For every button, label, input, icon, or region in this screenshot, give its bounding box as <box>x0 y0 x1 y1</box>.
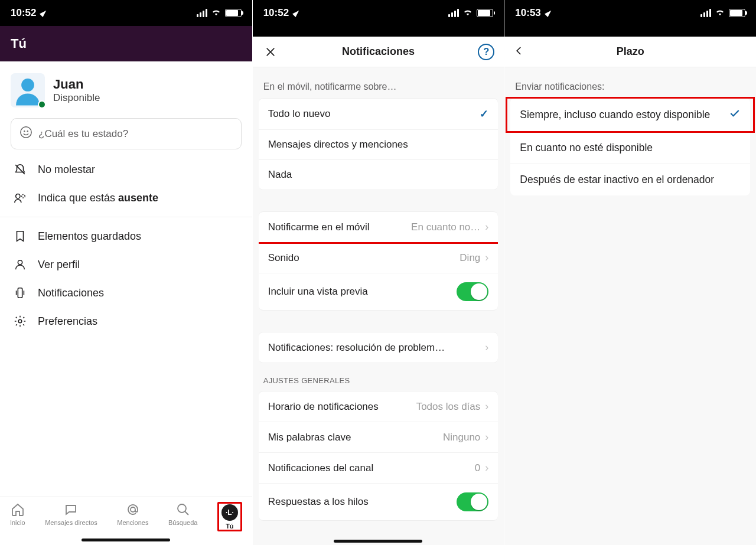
dm-icon <box>63 502 79 517</box>
search-icon <box>175 502 191 517</box>
tab-bar: Inicio Mensajes directos Menciones Búsqu… <box>0 497 252 545</box>
battery-icon <box>225 9 242 17</box>
user-status: Disponible <box>53 92 100 104</box>
status-time: 10:52 <box>263 7 289 19</box>
battery-icon <box>729 9 745 17</box>
toggle-preview[interactable] <box>457 282 488 301</box>
wifi-icon <box>211 7 221 19</box>
smile-icon <box>19 126 32 142</box>
close-button[interactable] <box>262 44 279 60</box>
svg-point-3 <box>24 130 25 132</box>
signal-icon <box>700 9 711 17</box>
svg-point-1 <box>21 79 34 92</box>
person-icon <box>13 258 27 271</box>
presence-dot <box>38 100 46 109</box>
screen-plazo: 10:53 Plazo Enviar notificaciones: Siemp… <box>504 0 756 545</box>
wifi-icon <box>715 7 725 19</box>
opt-when-inactive[interactable]: En cuanto no esté disponible <box>510 132 750 164</box>
svg-point-5 <box>16 194 20 198</box>
tab-mentions[interactable]: Menciones <box>117 502 148 526</box>
saved-items-row[interactable]: Elementos guardados <box>0 222 252 250</box>
dnd-icon <box>13 163 27 176</box>
svg-point-7 <box>18 260 22 265</box>
schedule-row[interactable]: Horario de notificaciones Todos los días… <box>259 391 498 422</box>
section-general: AJUSTES GENERALES <box>253 363 504 391</box>
notify-on-mobile-row[interactable]: Notificarme en el móvil En cuanto no…› <box>259 212 498 242</box>
toggle-threads[interactable] <box>457 492 488 511</box>
opt-always[interactable]: Siempre, incluso cuando estoy disponible <box>510 98 750 132</box>
status-time: 10:52 <box>11 7 36 19</box>
signal-icon <box>197 9 207 17</box>
battery-icon <box>477 9 493 17</box>
opt-nothing[interactable]: Nada <box>259 159 498 190</box>
notifications-row[interactable]: Notificaciones <box>0 279 252 307</box>
thread-replies-row[interactable]: Respuestas a los hilos <box>259 483 498 520</box>
location-icon <box>40 9 48 17</box>
preview-row[interactable]: Incluir una vista previa <box>259 273 498 310</box>
svg-point-6 <box>22 195 25 198</box>
tab-you[interactable]: ·L· Tú <box>221 504 238 530</box>
signal-icon <box>448 9 459 17</box>
page-title: Plazo <box>514 45 747 58</box>
home-indicator <box>334 540 422 543</box>
tab-search[interactable]: Búsqueda <box>168 502 198 526</box>
view-profile-row[interactable]: Ver perfil <box>0 250 252 279</box>
opt-all-new[interactable]: Todo lo nuevo✓ <box>259 99 498 129</box>
chevron-right-icon: › <box>485 341 488 354</box>
opt-after-desktop-idle[interactable]: Después de estar inactivo en el ordenado… <box>510 164 750 195</box>
channel-notifs-row[interactable]: Notificaciones del canal 0› <box>259 452 498 483</box>
svg-point-10 <box>131 507 135 512</box>
profile-summary[interactable]: Juan Disponible <box>0 61 252 116</box>
chevron-right-icon: › <box>485 400 488 413</box>
avatar-tiny-icon: ·L· <box>221 504 238 521</box>
chevron-right-icon: › <box>485 431 488 443</box>
status-bar: 10:53 <box>504 0 756 26</box>
status-bar: 10:52 <box>0 0 252 26</box>
svg-rect-8 <box>18 288 22 298</box>
check-icon <box>729 107 741 122</box>
section-notify-about: En el móvil, notificarme sobre… <box>253 67 504 98</box>
user-name: Juan <box>53 77 100 92</box>
status-time: 10:53 <box>515 7 540 19</box>
at-icon <box>125 502 141 517</box>
keywords-row[interactable]: Mis palabras clave Ninguno› <box>259 422 498 452</box>
svg-point-2 <box>21 127 31 138</box>
help-button[interactable]: ? <box>478 44 494 60</box>
chevron-right-icon: › <box>485 252 488 264</box>
section-send-notifs: Enviar notificaciones: <box>504 67 756 98</box>
chevron-right-icon: › <box>485 221 488 233</box>
preferences-row[interactable]: Preferencias <box>0 307 252 335</box>
phone-vibrate-icon <box>13 286 27 299</box>
location-icon <box>292 9 301 17</box>
home-indicator <box>82 539 170 541</box>
dnd-row[interactable]: No molestar <box>0 155 252 184</box>
check-icon: ✓ <box>480 107 488 120</box>
home-icon <box>10 502 25 517</box>
screen-you: 10:52 Tú Juan Disponible ¿Cuál es tu est… <box>0 0 252 545</box>
screen-notifications: 10:52 Notificaciones ? En el móvil, noti… <box>252 0 504 545</box>
status-input[interactable]: ¿Cuál es tu estado? <box>11 118 242 149</box>
page-title: Notificaciones <box>279 45 478 58</box>
troubleshoot-row[interactable]: Notificaciones: resolución de problem… › <box>259 332 498 363</box>
sound-row[interactable]: Sonido Ding› <box>259 242 498 273</box>
svg-point-11 <box>178 504 186 513</box>
away-row[interactable]: Indica que estás ausente <box>0 184 252 212</box>
avatar <box>11 73 45 107</box>
gear-icon <box>13 315 27 328</box>
location-icon <box>545 9 553 17</box>
chevron-right-icon: › <box>485 462 488 474</box>
svg-point-9 <box>18 319 22 323</box>
status-bar: 10:52 <box>253 0 504 26</box>
svg-point-4 <box>27 130 28 132</box>
status-placeholder: ¿Cuál es tu estado? <box>38 128 128 140</box>
wifi-icon <box>462 7 473 19</box>
tab-home[interactable]: Inicio <box>10 502 25 526</box>
bookmark-icon <box>13 230 27 243</box>
page-title: Tú <box>0 26 252 61</box>
opt-dm-mentions[interactable]: Mensajes directos y menciones <box>259 129 498 159</box>
tab-dms[interactable]: Mensajes directos <box>45 502 97 526</box>
away-icon <box>13 191 27 204</box>
